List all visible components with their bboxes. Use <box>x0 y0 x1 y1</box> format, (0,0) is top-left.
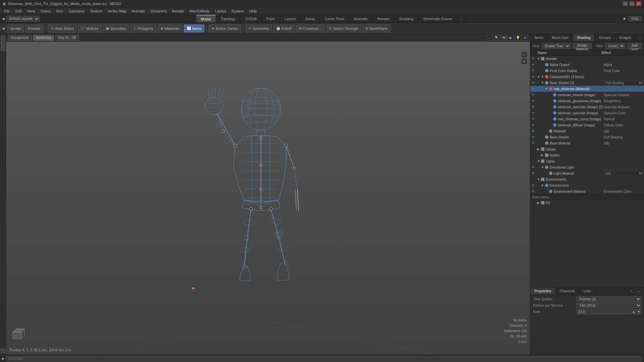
rp-tab-images[interactable]: Images <box>615 34 636 42</box>
select-through-button[interactable]: ⊡ Select Through <box>326 24 361 33</box>
shader-row-baseshader[interactable]: 👁 Base Shader Full Shading <box>530 134 644 140</box>
vp-icon-camera[interactable]: 📷 <box>501 35 507 41</box>
eye-icon-spec2[interactable]: 👁 <box>530 105 536 109</box>
menu-item[interactable]: Item <box>53 7 66 15</box>
eye-icon-material[interactable]: 👁 <box>530 129 536 133</box>
eye-icon-alpha[interactable]: 👁 <box>530 63 536 66</box>
expand-bs2[interactable]: ▼ <box>541 81 544 84</box>
title-bar-controls[interactable]: — □ ✕ <box>623 1 641 6</box>
eye-icon-gloss[interactable]: 👁 <box>530 99 536 103</box>
tab-paint[interactable]: Paint <box>262 15 280 22</box>
shader-row-basematerial[interactable]: 👁 Base Material (all) <box>530 140 644 146</box>
expand-envs[interactable]: ▼ <box>537 178 540 181</box>
menu-geometry[interactable]: Geometry <box>66 7 87 15</box>
materials-button[interactable]: ◈ Materials <box>158 24 183 33</box>
fps-select[interactable]: Film (24.0) <box>577 303 641 308</box>
minimize-button[interactable]: — <box>623 1 628 6</box>
vp-icon-a[interactable]: A <box>521 52 527 58</box>
prop-tab-lists[interactable]: Lists <box>580 288 596 295</box>
constrain-button[interactable]: ⊞ Constrain... <box>296 24 325 33</box>
falloff-button[interactable]: ⬤ Falloff <box>273 24 294 33</box>
tab-gametools[interactable]: Game Tools <box>320 15 350 22</box>
polygons-button[interactable]: ⬡ Polygons <box>130 24 156 33</box>
tab-uvedit[interactable]: UVEdit <box>240 15 262 22</box>
menu-maxtomodo[interactable]: MaxToModo <box>187 7 212 15</box>
symmetry-button[interactable]: ⇔ Symmetry <box>246 24 272 33</box>
expand-nodes[interactable]: ▶ <box>541 154 544 157</box>
expand2-char001[interactable]: ▼ <box>541 75 544 78</box>
expand-mat[interactable]: ▼ <box>545 87 548 90</box>
rate-input[interactable] <box>577 309 631 314</box>
rp-tab-groups[interactable]: Groups <box>595 34 615 42</box>
expand-char001[interactable]: ▼ <box>537 75 540 78</box>
tab-render[interactable]: Render <box>373 15 394 22</box>
presets-button[interactable]: Presets <box>25 24 44 33</box>
menu-edit[interactable]: Edit <box>13 7 24 15</box>
eye-icon-finalcolor[interactable]: 👁 <box>530 69 536 72</box>
shader-row-fx[interactable]: ▶ FX <box>530 200 644 206</box>
lp-icon-3[interactable]: ⬛ <box>1 46 5 51</box>
baseshader2-effect-select[interactable]: Full Shading <box>604 80 643 85</box>
vp-icon-b[interactable]: B <box>521 58 527 64</box>
prop-tab-channels[interactable]: Channels <box>555 288 579 295</box>
vp-icon-render[interactable]: ▶ <box>508 35 514 41</box>
menu-layout[interactable]: Layout <box>212 7 229 15</box>
shader-row-material[interactable]: 👁 Material (all) <box>530 128 644 134</box>
tab-animate[interactable]: Animate <box>349 15 372 22</box>
add-layer-button[interactable]: Add Layer <box>627 43 642 49</box>
lp-icon-2[interactable]: ⬛ <box>1 41 5 46</box>
only-button[interactable]: Only <box>628 16 641 21</box>
workplane-button[interactable]: ⊟ WorkPlane <box>363 24 391 33</box>
tab-setup[interactable]: Setup <box>301 15 320 22</box>
eye-icon-char001[interactable]: 👁 <box>530 75 536 78</box>
shader-row-matstickman[interactable]: 👁 ▼ mat_stickman (Material) <box>530 86 644 92</box>
rp-tab-items[interactable]: Items <box>530 34 548 42</box>
expand-lights[interactable]: ▼ <box>537 160 540 163</box>
eye-icon-fresnel[interactable]: 👁 <box>530 93 536 97</box>
shader-row-nodes[interactable]: ▶ Nodes <box>530 152 644 158</box>
sculpt-button[interactable]: Sculpt <box>7 24 24 33</box>
tab-add[interactable]: + <box>458 15 465 22</box>
timesystem-select[interactable]: Frames (0) <box>577 296 641 302</box>
filter-select[interactable]: (none) <box>605 43 625 49</box>
menu-render[interactable]: Render <box>169 7 187 15</box>
eye-icon-bs2[interactable]: 👁 <box>530 81 536 84</box>
expand-dirlight[interactable]: ▼ <box>541 166 544 169</box>
command-input[interactable] <box>6 356 642 361</box>
shader-row-library[interactable]: ▶ Library <box>530 146 644 152</box>
vp-icon-settings[interactable]: ⚙ <box>522 35 528 41</box>
expand-env[interactable]: ▼ <box>541 184 544 187</box>
vp-icon-zoom[interactable]: 🔍 <box>494 35 500 41</box>
shader-row-diffuse[interactable]: 👁 stickman_diffuse (Image) Diffuse Color <box>530 122 644 128</box>
rp-tab-add[interactable]: + <box>636 34 644 42</box>
vertices-button[interactable]: ⬡ Vertices <box>78 24 102 33</box>
eye-icon-diffuse[interactable]: 👁 <box>530 123 536 127</box>
tab-model[interactable]: Model <box>196 15 216 22</box>
shader-row-fresnel[interactable]: 👁 stickman_fresnel (Image) Specular Fres… <box>530 92 644 98</box>
eye-icon-mat[interactable]: 👁 <box>530 87 536 90</box>
rp-tab-meshops[interactable]: Mesh Ops <box>548 34 573 42</box>
shader-row-bump[interactable]: 👁 mat_stickman_bump (Image) Normal <box>530 116 644 122</box>
assign-material-button[interactable]: Assign Material <box>573 43 592 49</box>
lp-icon-bottom[interactable]: ⬛ <box>1 349 5 353</box>
shader-row-baseshader2[interactable]: 👁 ▼ Base Shader (2) Full Shading <box>530 80 644 86</box>
view-select[interactable]: Shader Tree <box>542 43 571 49</box>
shader-row-specular[interactable]: 👁 stickman_specular (Image) Specular Col… <box>530 110 644 116</box>
items-button[interactable]: ⬜ Items <box>184 24 204 33</box>
raygl-button[interactable]: Ray GL: Off <box>55 35 79 41</box>
tab-layout[interactable]: Layout <box>280 15 301 22</box>
shader-row-env[interactable]: 👁 ▼ Environment <box>530 182 644 188</box>
vp-icon-light[interactable]: 💡 <box>515 35 521 41</box>
eye-icon-env[interactable]: 👁 <box>530 184 536 187</box>
shader-row-lights[interactable]: ▼ Lights <box>530 158 644 164</box>
expand-lib[interactable]: ▶ <box>537 147 540 151</box>
star-button[interactable]: ★ <box>623 16 626 21</box>
menu-vertexmap[interactable]: Vertex Map <box>105 7 129 15</box>
expand-icon[interactable]: ▼ <box>537 57 540 60</box>
prop-tab-add[interactable]: + <box>628 288 635 295</box>
menu-file[interactable]: File <box>1 7 13 15</box>
shader-row-dirlight[interactable]: 👁 ▼ Directional Light <box>530 164 644 170</box>
eye-icon-envmat[interactable]: 👁 <box>530 190 536 193</box>
shader-row-finalcolor[interactable]: 👁 Final Color Output Final Color <box>530 68 644 74</box>
shader-row-lightmat[interactable]: 👁 Light Material (all) <box>530 170 644 176</box>
